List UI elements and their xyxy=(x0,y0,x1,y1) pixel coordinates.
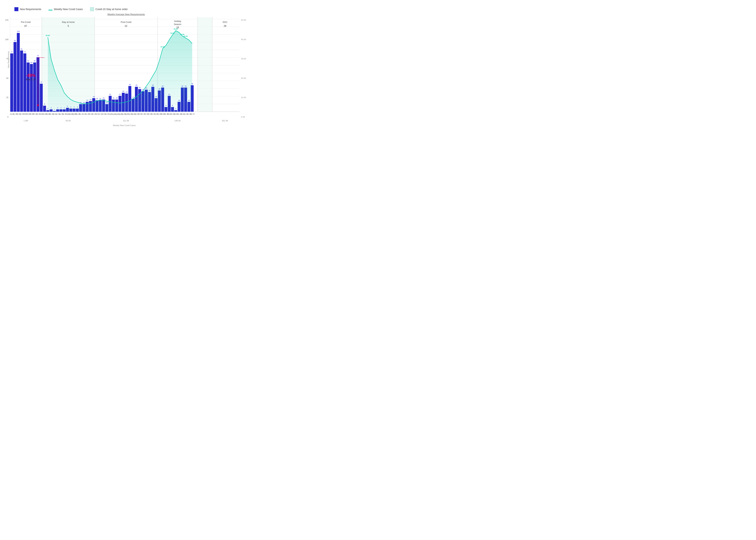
y-axis-left-label: New Requirements xyxy=(7,51,10,68)
bar-jan6 xyxy=(10,53,13,112)
chart-area: New Requirements xyxy=(10,17,240,125)
legend-covid-cases: Weekly New Covid Cases xyxy=(49,8,83,11)
legend-covid-cases-label: Weekly New Covid Cases xyxy=(54,8,83,11)
covid-label-jan11: 39.2K xyxy=(184,35,188,37)
bottom-label-postcovid: 312.3K xyxy=(123,119,129,122)
stay-home-icon xyxy=(90,7,94,11)
label-mar16: 8 xyxy=(44,103,45,105)
label-aug31: 25 xyxy=(122,90,124,92)
holiday-region xyxy=(197,17,212,112)
label-jan13: 92 xyxy=(14,40,16,42)
bar-feb10 xyxy=(27,63,30,112)
label-jun15: 13 xyxy=(86,99,88,101)
label-feb24: 65 xyxy=(34,60,36,62)
covid-cases-icon xyxy=(49,10,53,10)
post-covid-avg: 22 xyxy=(125,25,127,27)
bottom-label-holiday: 198.5K xyxy=(174,119,181,122)
label-jun22: 14 xyxy=(89,98,91,100)
label-jan6: 77 xyxy=(11,51,13,53)
label-jun29: 18 xyxy=(93,96,94,97)
bar-jan20 xyxy=(17,33,20,112)
label-feb17: 63 xyxy=(31,62,32,64)
bar-jan27 xyxy=(20,51,23,112)
label-jan27: 81 xyxy=(21,48,23,50)
label-sep21: 17 xyxy=(132,96,134,98)
pre-covid-label: Pre-Covid xyxy=(21,21,31,23)
pre-covid-avg: 67 xyxy=(25,25,27,27)
label-feb3: 77 xyxy=(24,51,26,53)
label-aug17: 16 xyxy=(116,97,118,99)
bottom-label-precovid: 1.0M xyxy=(24,119,28,122)
post-covid-label: Post-Covid xyxy=(121,21,131,23)
label-jan20: 104 xyxy=(17,31,20,32)
drop-date-label: Mar 2-16 xyxy=(26,78,36,81)
covid-label-dec14: 40.6K xyxy=(170,32,175,34)
label-jun8: 10 xyxy=(83,102,85,103)
y-axis-right: 50.0K 40.0K 30.0K 20.0K 10.0K 0.0K xyxy=(240,17,249,125)
drop-pct-label: -89% xyxy=(26,73,36,78)
chart-title: Weekly Average New Requirements xyxy=(4,13,249,16)
y-axis-left: 125 100 75 50 25 0 xyxy=(4,17,10,125)
label-mar2: 72 xyxy=(37,55,39,57)
stay-home-label: Stay at home xyxy=(62,21,75,23)
label-aug3: 21 xyxy=(109,93,111,95)
label-sep7: 24 xyxy=(126,91,128,93)
label-jul13: 15 xyxy=(99,98,101,100)
label-jul6: 15 xyxy=(96,98,98,100)
stay-home-avg: 5 xyxy=(67,25,69,27)
bar-mar16 xyxy=(43,106,46,112)
holiday-label2: Season xyxy=(174,23,181,26)
legend: New Requirements Weekly New Covid Cases … xyxy=(4,7,249,11)
bar-feb24 xyxy=(33,63,36,112)
legend-stay-home-label: Covid-19 Stay at home order xyxy=(95,8,128,11)
new-requirements-icon xyxy=(14,7,18,11)
legend-new-requirements-label: New Requirements xyxy=(20,8,41,11)
bottom-label-2021: 261.0K xyxy=(222,119,228,122)
label-jul20: 16 xyxy=(103,97,104,99)
bar-jan13 xyxy=(14,42,16,112)
covid-label-nov23: 33.4K xyxy=(161,46,165,48)
xlabel-jan25-21: Jan-25 xyxy=(190,113,195,115)
label-sep14: 34 xyxy=(129,83,131,85)
2021-label: 2021 xyxy=(223,21,227,23)
label-mar9: 37 xyxy=(40,81,42,83)
label-aug10: 16 xyxy=(113,97,114,99)
covid-label-dec21: 43.0K xyxy=(174,28,178,30)
label-aug24: 21 xyxy=(119,93,121,95)
bar-feb17 xyxy=(30,64,33,112)
bar-mar9 xyxy=(40,84,43,112)
bar-feb3 xyxy=(23,53,26,112)
main-chart-svg: Pre-Covid 67 Stay at home 5 Post-Covid 2… xyxy=(10,17,240,125)
covid-label-mar23: 39.3K xyxy=(46,35,50,36)
holiday-label: Holiday xyxy=(174,20,182,22)
covid-label-jan4: 39.9K xyxy=(180,33,185,35)
legend-new-requirements: New Requirements xyxy=(14,7,41,11)
label-sep28: 33 xyxy=(135,84,137,86)
label-feb10: 65 xyxy=(27,60,29,62)
2021-avg: 28 xyxy=(224,25,226,27)
legend-stay-home: Covid-19 Stay at home order xyxy=(90,7,128,11)
bottom-label-stayhome: 69.5K xyxy=(65,119,71,122)
label-oct5: 30 xyxy=(139,87,141,88)
